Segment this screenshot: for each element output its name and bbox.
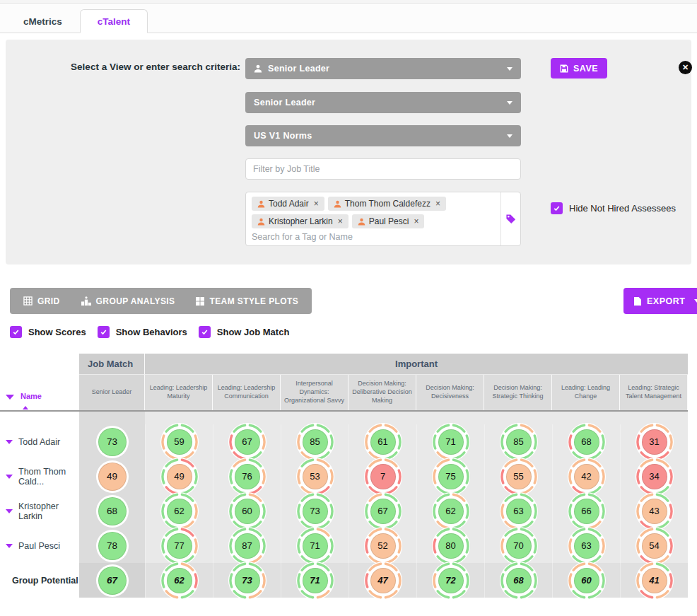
score-cell[interactable]: 87 [213, 528, 281, 563]
score-cell[interactable]: 67 [348, 494, 416, 528]
behavior-circle[interactable]: 85 [500, 423, 538, 461]
score-cell[interactable]: 62 [416, 494, 484, 528]
score-cell[interactable]: 53 [281, 459, 348, 494]
score-cell[interactable]: 42 [552, 459, 620, 494]
score-cell[interactable]: 31 [620, 424, 688, 459]
score-cell[interactable]: 67 [79, 563, 145, 598]
score-cell[interactable]: 49 [145, 459, 213, 494]
score-cell[interactable]: 52 [348, 528, 416, 563]
behavior-circle[interactable]: 60 [228, 492, 266, 530]
name-sort-icon[interactable] [6, 395, 14, 400]
job-match-circle[interactable]: 78 [96, 530, 129, 562]
behavior-circle[interactable]: 62 [160, 492, 199, 530]
behavior-circle[interactable]: 87 [228, 527, 266, 565]
row-expand-icon[interactable] [6, 475, 13, 479]
score-cell[interactable]: 66 [552, 494, 620, 528]
row-expand-icon[interactable] [6, 509, 13, 513]
team-style-plots-button[interactable]: TEAM STYLE PLOTS [185, 288, 309, 314]
behavior-circle[interactable]: 71 [296, 562, 334, 600]
score-cell[interactable]: 78 [79, 528, 145, 563]
save-button[interactable]: SAVE [551, 58, 607, 79]
row-name[interactable]: Paul Pesci [0, 528, 79, 563]
score-cell[interactable]: 63 [552, 528, 620, 563]
score-cell[interactable]: 73 [281, 494, 348, 528]
behavior-circle[interactable]: 68 [568, 423, 606, 461]
score-cell[interactable]: 60 [213, 494, 281, 528]
score-cell[interactable]: 41 [620, 563, 688, 598]
behavior-circle[interactable]: 52 [364, 527, 402, 565]
score-cell[interactable]: 68 [79, 494, 145, 528]
row-name[interactable]: Todd Adair [0, 424, 79, 459]
job-match-circle[interactable]: 68 [96, 495, 129, 528]
behavior-circle[interactable]: 72 [432, 562, 470, 600]
behavior-circle[interactable]: 41 [636, 562, 674, 600]
score-cell[interactable]: 77 [145, 528, 213, 563]
behavior-circle[interactable]: 75 [432, 458, 470, 496]
score-cell[interactable]: 70 [484, 528, 552, 563]
row-name[interactable]: Thom Thom Cald... [0, 459, 79, 494]
norms-select[interactable]: US V1 Norms [245, 125, 521, 146]
behavior-circle[interactable]: 54 [636, 527, 674, 565]
score-cell[interactable]: 34 [620, 459, 688, 494]
behavior-circle[interactable]: 85 [296, 423, 334, 461]
job-title-filter-input[interactable] [245, 158, 521, 180]
score-cell[interactable]: 71 [281, 528, 348, 563]
score-cell[interactable]: 68 [484, 563, 552, 598]
score-cell[interactable]: 7 [348, 459, 416, 494]
tag-search-input[interactable] [252, 232, 483, 242]
score-cell[interactable]: 75 [416, 459, 484, 494]
hide-not-hired-checkbox[interactable] [551, 202, 563, 214]
tab-ctalent[interactable]: cTalent [80, 9, 148, 33]
behavior-circle[interactable]: 7 [364, 458, 402, 496]
grid-view-button[interactable]: GRID [13, 288, 71, 314]
behavior-circle[interactable]: 68 [500, 562, 538, 600]
behavior-circle[interactable]: 66 [568, 492, 606, 530]
export-button[interactable]: EXPORT [623, 288, 697, 314]
job-match-circle[interactable]: 73 [96, 426, 129, 458]
behavior-circle[interactable]: 63 [500, 492, 538, 530]
job-profile-select[interactable]: Senior Leader [245, 92, 521, 113]
behavior-circle[interactable]: 55 [500, 458, 538, 496]
row-name[interactable]: Kristopher Larkin [0, 494, 79, 528]
tab-cmetrics[interactable]: cMetrics [6, 9, 80, 33]
score-cell[interactable]: 49 [79, 459, 145, 494]
remove-tag-icon[interactable]: × [314, 199, 319, 209]
row-expand-icon[interactable] [6, 440, 13, 444]
behavior-circle[interactable]: 62 [160, 562, 199, 600]
show-filter-checkbox[interactable] [199, 326, 211, 338]
score-cell[interactable]: 62 [145, 494, 213, 528]
show-filter-checkbox[interactable] [10, 326, 22, 338]
group-analysis-button[interactable]: GROUP ANALYSIS [71, 288, 186, 314]
row-expand-icon[interactable] [6, 544, 13, 548]
behavior-circle[interactable]: 71 [296, 527, 334, 565]
score-cell[interactable]: 67 [213, 424, 281, 459]
assessee-tag[interactable]: Kristopher Larkin× [252, 214, 348, 228]
job-match-circle[interactable]: 49 [96, 460, 129, 493]
score-cell[interactable]: 76 [213, 459, 281, 494]
view-select[interactable]: Senior Leader [245, 58, 521, 79]
assessee-tag[interactable]: Thom Thom Caldefezz× [328, 197, 446, 211]
score-cell[interactable]: 43 [620, 494, 688, 528]
behavior-circle[interactable]: 49 [160, 458, 199, 496]
close-icon[interactable]: ✕ [679, 61, 692, 74]
score-cell[interactable]: 62 [145, 563, 213, 598]
score-cell[interactable]: 73 [213, 563, 281, 598]
behavior-circle[interactable]: 60 [568, 562, 606, 600]
behavior-circle[interactable]: 67 [228, 423, 266, 461]
assessee-tagbox[interactable]: Todd Adair×Thom Thom Caldefezz×Kristophe… [245, 192, 521, 246]
score-cell[interactable]: 63 [484, 494, 552, 528]
score-cell[interactable]: 80 [416, 528, 484, 563]
behavior-circle[interactable]: 80 [432, 527, 470, 565]
score-cell[interactable]: 85 [484, 424, 552, 459]
remove-tag-icon[interactable]: × [414, 216, 418, 226]
behavior-circle[interactable]: 61 [364, 423, 402, 461]
job-match-circle[interactable]: 67 [96, 564, 129, 597]
remove-tag-icon[interactable]: × [338, 216, 343, 226]
score-cell[interactable]: 71 [416, 424, 484, 459]
show-filter-checkbox[interactable] [98, 326, 110, 338]
behavior-circle[interactable]: 76 [228, 458, 266, 496]
behavior-circle[interactable]: 31 [636, 423, 674, 461]
score-cell[interactable]: 71 [281, 563, 348, 598]
behavior-circle[interactable]: 42 [568, 458, 606, 496]
score-cell[interactable]: 54 [620, 528, 688, 563]
